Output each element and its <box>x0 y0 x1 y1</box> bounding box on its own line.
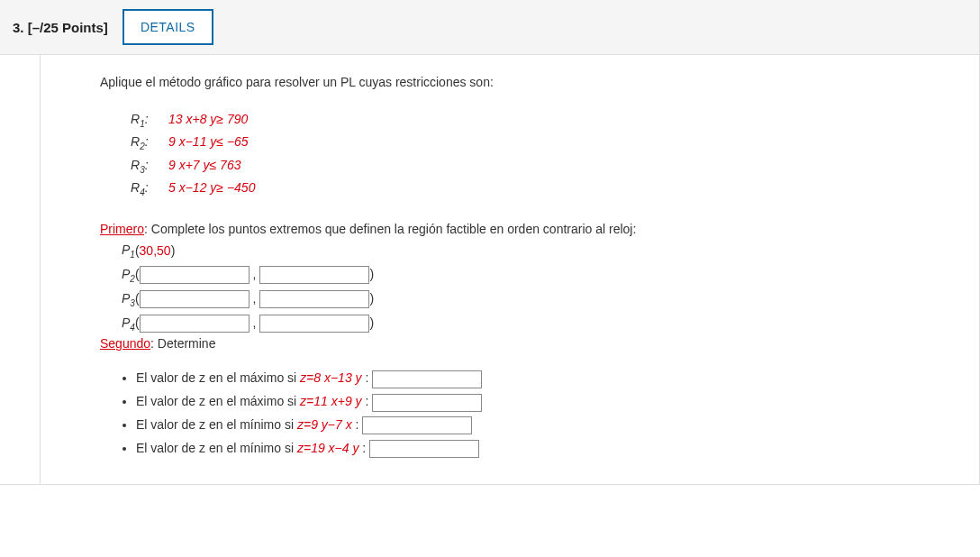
point-y-input[interactable] <box>259 315 369 333</box>
constraint-expr: 5 x−12 y≥ −450 <box>168 178 255 198</box>
point-label: P3 <box>122 288 135 311</box>
point-x-input[interactable] <box>140 266 250 284</box>
point-row-fixed: P1(30,50) <box>122 240 979 262</box>
constraint-row: R3: 9 x+7 y≤ 763 <box>131 155 979 178</box>
z-tail: : <box>358 441 366 455</box>
segundo-label: Segundo <box>100 336 150 351</box>
point-x-input[interactable] <box>140 290 250 308</box>
constraints-block: R1: 13 x+8 y≥ 790 R2: 9 x−11 y≤ −65 R3: … <box>131 109 979 200</box>
z-value-input[interactable] <box>362 416 472 434</box>
comma: , <box>253 313 257 334</box>
z-item: El valor de z en el mínimo si z=9 y−7 x … <box>136 414 979 437</box>
z-lead: El valor de z en el máximo si <box>136 370 300 385</box>
primero-text: : Complete los puntos extremos que defin… <box>144 222 636 236</box>
primero-block: Primero: Complete los puntos extremos qu… <box>100 222 979 334</box>
segundo-text: : Determine <box>150 336 215 351</box>
close-paren: ) <box>369 264 374 286</box>
z-expr: z=9 y−7 x <box>297 417 352 432</box>
constraint-expr: 9 x+7 y≤ 763 <box>168 155 240 176</box>
z-value-input[interactable] <box>372 394 482 412</box>
constraint-expr: 9 x−11 y≤ −65 <box>168 132 249 152</box>
question-container: 3. [–/25 Points] DETAILS Aplique el méto… <box>0 0 980 485</box>
points-label: 3. [–/25 Points] <box>13 20 108 35</box>
constraint-label: R2: <box>131 132 158 154</box>
constraint-label: R1: <box>131 109 158 132</box>
z-lead: El valor de z en el máximo si <box>136 394 300 408</box>
z-tail: : <box>362 370 369 385</box>
point-coord: 30,50 <box>140 241 171 262</box>
z-list: El valor de z en el máximo si z=8 x−13 y… <box>136 367 979 461</box>
point-label: P1 <box>122 240 135 262</box>
z-item: El valor de z en el máximo si z=11 x+9 y… <box>136 390 979 414</box>
z-item: El valor de z en el mínimo si z=19 x−4 y… <box>136 437 979 461</box>
point-row-input: P3( , ) <box>122 288 979 311</box>
primero-label: Primero <box>100 222 144 236</box>
comma: , <box>253 264 257 286</box>
constraint-label: R4: <box>131 178 158 200</box>
z-tail: : <box>362 394 369 408</box>
point-row-input: P4( , ) <box>122 313 979 335</box>
point-x-input[interactable] <box>140 315 250 333</box>
z-value-input[interactable] <box>369 440 479 458</box>
question-header: 3. [–/25 Points] DETAILS <box>0 0 979 55</box>
constraint-row: R4: 5 x−12 y≥ −450 <box>131 178 979 200</box>
z-expr: z=11 x+9 y <box>300 394 362 408</box>
z-lead: El valor de z en el mínimo si <box>136 417 297 432</box>
segundo-block: Segundo: Determine El valor de z en el m… <box>100 336 979 461</box>
point-y-input[interactable] <box>259 290 369 308</box>
constraint-row: R2: 9 x−11 y≤ −65 <box>131 132 979 154</box>
close-paren: ) <box>369 288 374 310</box>
constraint-label: R3: <box>131 155 158 178</box>
close-paren: ) <box>171 241 176 262</box>
z-lead: El valor de z en el mínimo si <box>136 441 297 455</box>
close-paren: ) <box>369 313 374 334</box>
point-label: P2 <box>122 264 135 287</box>
constraint-expr: 13 x+8 y≥ 790 <box>168 109 248 130</box>
intro-text: Aplique el método gráfico para resolver … <box>100 75 979 89</box>
constraint-row: R1: 13 x+8 y≥ 790 <box>131 109 979 132</box>
details-button[interactable]: DETAILS <box>122 9 213 45</box>
z-item: El valor de z en el máximo si z=8 x−13 y… <box>136 367 979 390</box>
z-expr: z=8 x−13 y <box>300 370 362 385</box>
question-body: Aplique el método gráfico para resolver … <box>40 55 979 484</box>
point-row-input: P2( , ) <box>122 264 979 287</box>
point-y-input[interactable] <box>259 266 369 284</box>
z-tail: : <box>352 417 359 432</box>
z-value-input[interactable] <box>372 370 482 388</box>
points-list: P1(30,50) P2( , ) P3( , ) P4( <box>122 240 979 334</box>
comma: , <box>253 288 257 310</box>
point-label: P4 <box>122 313 135 335</box>
z-expr: z=19 x−4 y <box>297 441 359 455</box>
